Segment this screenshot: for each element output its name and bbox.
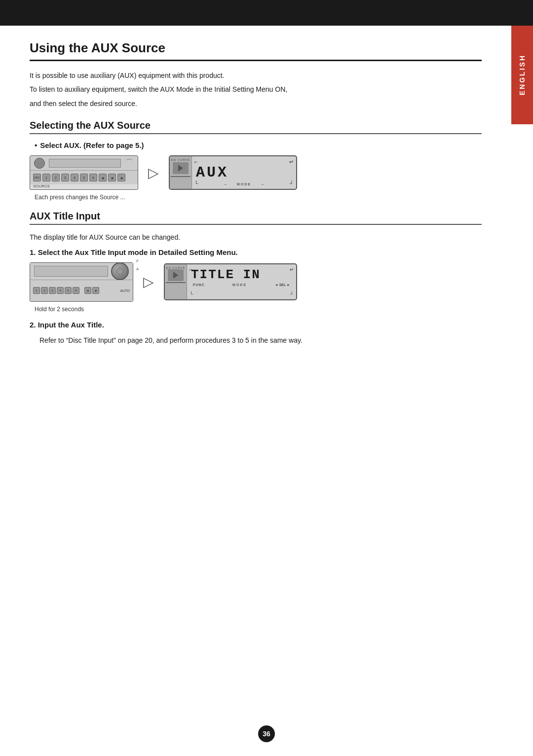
corner-tl: ⌐ bbox=[194, 159, 197, 165]
rd2-btn-extra2: ◉ bbox=[92, 287, 99, 294]
title-display-text: TITLE IN bbox=[191, 267, 292, 282]
language-tab: ENGLISH bbox=[511, 26, 533, 124]
rd2-btn-extra1: ◉ bbox=[84, 287, 91, 294]
btn-extra2: ◉ bbox=[108, 174, 116, 181]
btn-4: 4 bbox=[71, 174, 78, 181]
rd2-screen bbox=[34, 266, 108, 277]
rd2-labels: F A bbox=[136, 259, 139, 271]
section-selecting-aux: Selecting the AUX Source Select AUX. (Re… bbox=[30, 120, 482, 201]
lcd-play-triangle-2 bbox=[173, 272, 178, 279]
aux-title-intro: The display title for AUX Source can be … bbox=[30, 232, 482, 243]
btn-source: SRC bbox=[33, 174, 41, 181]
rd2-btn-2: 2 bbox=[41, 287, 48, 294]
section-aux-title-input: AUX Title Input The display title for AU… bbox=[30, 211, 482, 346]
btn-2: 2 bbox=[52, 174, 60, 181]
section-heading-selecting: Selecting the AUX Source bbox=[30, 120, 482, 134]
step-1-label: Select the Aux Title Input mode in Detai… bbox=[38, 248, 238, 256]
intro-line-3: and then select the desired source. bbox=[30, 98, 482, 109]
corner-bl: └ bbox=[194, 180, 198, 186]
page-title-section: Using the AUX Source bbox=[30, 40, 482, 61]
radio-device-1: ⌒ SRC 1 2 3 4 5 6 ◉ ◉ ◉ SOURCE bbox=[30, 155, 138, 190]
btn-5: 5 bbox=[80, 174, 88, 181]
intro-text: It is possible to use auxiliary (AUX) eq… bbox=[30, 70, 482, 109]
title-diagram-row: F A 1 2 3 4 5 6 ◉ ◉ AUTO bbox=[30, 262, 482, 302]
step-2-num: 2. bbox=[30, 321, 36, 329]
source-label: SOURCE bbox=[33, 184, 50, 188]
mode-label-2: MODE bbox=[232, 283, 247, 287]
title-corner-br: ┘ bbox=[290, 291, 294, 297]
aux-diagram-row: ⌒ SRC 1 2 3 4 5 6 ◉ ◉ ◉ SOURCE ▷ bbox=[30, 155, 482, 190]
rd2-label-a: A bbox=[136, 267, 139, 271]
aux-display-text: AUX bbox=[196, 164, 228, 181]
step-2-label: Input the Aux Title. bbox=[38, 321, 104, 329]
radio-display bbox=[49, 159, 121, 168]
rd2-btn-5: 5 bbox=[65, 287, 72, 294]
func-label: FUNC bbox=[193, 283, 204, 287]
lcd-play-triangle bbox=[178, 165, 183, 172]
rd2-btn-1: 1 bbox=[33, 287, 40, 294]
btn-1: 1 bbox=[42, 174, 50, 181]
lcd-divider-2 bbox=[166, 282, 186, 283]
step-1-caption: Hold for 2 seconds bbox=[35, 306, 482, 313]
corner-tr: ↵ bbox=[289, 159, 294, 165]
bullet-select-aux-text: Select AUX. (Refer to page 5.) bbox=[40, 141, 144, 149]
radio-knob bbox=[34, 158, 45, 169]
step-2-body: Refer to “Disc Title Input” on page 20, … bbox=[39, 335, 482, 346]
btn-3: 3 bbox=[61, 174, 69, 181]
lcd-bottom-bar: ⌣ MODE ⌣ bbox=[192, 181, 296, 187]
page-number: 36 bbox=[258, 725, 275, 742]
lcd-func-row: FUNC MODE ◄ SEL ► bbox=[191, 283, 292, 287]
radio-device-2: F A 1 2 3 4 5 6 ◉ ◉ AUTO bbox=[30, 262, 133, 302]
bullet-select-aux: Select AUX. (Refer to page 5.) bbox=[35, 141, 482, 149]
language-label: ENGLISH bbox=[518, 54, 526, 95]
sel-label: ◄ SEL ► bbox=[275, 283, 290, 287]
aux-caption: Each press changes the Source ... bbox=[35, 194, 482, 201]
rd2-btn-6: 6 bbox=[73, 287, 79, 294]
title-corner-tl: ⌐ bbox=[190, 267, 192, 272]
lcd-title-display: EQ CURVE ⌐ ↵ TITLE IN FUNC MODE ◄ SEL ► bbox=[164, 263, 297, 300]
btn-extra3: ◉ bbox=[117, 174, 125, 181]
rd2-btn-4: 4 bbox=[57, 287, 64, 294]
section-heading-aux-title: AUX Title Input bbox=[30, 211, 482, 225]
step-2-heading: 2. Input the Aux Title. bbox=[30, 321, 482, 329]
radio-top-row: ⌒ bbox=[30, 156, 138, 171]
arrow-aux: ▷ bbox=[148, 165, 159, 181]
intro-line-1: It is possible to use auxiliary (AUX) eq… bbox=[30, 70, 482, 81]
eq-curve-label: EQ CURVE bbox=[171, 158, 190, 161]
step-1-heading: 1. Select the Aux Title Input mode in De… bbox=[30, 248, 482, 256]
top-bar bbox=[0, 0, 533, 26]
btn-6: 6 bbox=[89, 174, 97, 181]
corner-br: ┘ bbox=[290, 180, 294, 186]
lcd-icon-box bbox=[173, 162, 189, 174]
lcd-aux-display: EQ CURVE ⌐ ↵ AUX ⌣ MODE ⌣ └ bbox=[169, 155, 297, 190]
intro-line-2: To listen to auxiliary equipment, switch… bbox=[30, 84, 482, 95]
bottom-arc-left: ⌣ bbox=[224, 181, 227, 187]
bottom-arc-right: ⌣ bbox=[261, 181, 264, 187]
radio-bottom-row: SRC 1 2 3 4 5 6 ◉ ◉ ◉ bbox=[30, 171, 138, 184]
lcd-left-section: EQ CURVE bbox=[170, 156, 192, 189]
rd2-dial bbox=[111, 262, 129, 280]
rd2-dial-inner bbox=[116, 268, 123, 275]
lcd-icon-box-2 bbox=[168, 269, 184, 281]
lcd-divider bbox=[171, 176, 190, 177]
rd2-label-f: F bbox=[136, 259, 138, 263]
arrow-title: ▷ bbox=[143, 274, 154, 290]
lcd-main-aux: ⌐ ↵ AUX ⌣ MODE ⌣ └ ┘ bbox=[192, 156, 296, 189]
mode-label: MODE bbox=[237, 182, 251, 186]
title-corner-bl: └ bbox=[190, 291, 193, 297]
rd2-btn-3: 3 bbox=[49, 287, 56, 294]
main-content: Using the AUX Source It is possible to u… bbox=[0, 26, 511, 370]
rd2-top: F A bbox=[30, 263, 133, 280]
rd2-label-auto: AUTO bbox=[120, 289, 130, 292]
title-corner-tr: ↵ bbox=[290, 267, 294, 272]
step-1-num: 1. bbox=[30, 248, 36, 256]
page-title: Using the AUX Source bbox=[30, 40, 482, 56]
lcd-title-main: ⌐ ↵ TITLE IN FUNC MODE ◄ SEL ► └ ┘ bbox=[187, 264, 296, 299]
rd2-bottom: 1 2 3 4 5 6 ◉ ◉ AUTO bbox=[30, 280, 133, 301]
rd2-dial-container: F A bbox=[111, 262, 129, 280]
btn-extra1: ◉ bbox=[99, 174, 107, 181]
lcd-title-left: EQ CURVE bbox=[165, 264, 187, 299]
